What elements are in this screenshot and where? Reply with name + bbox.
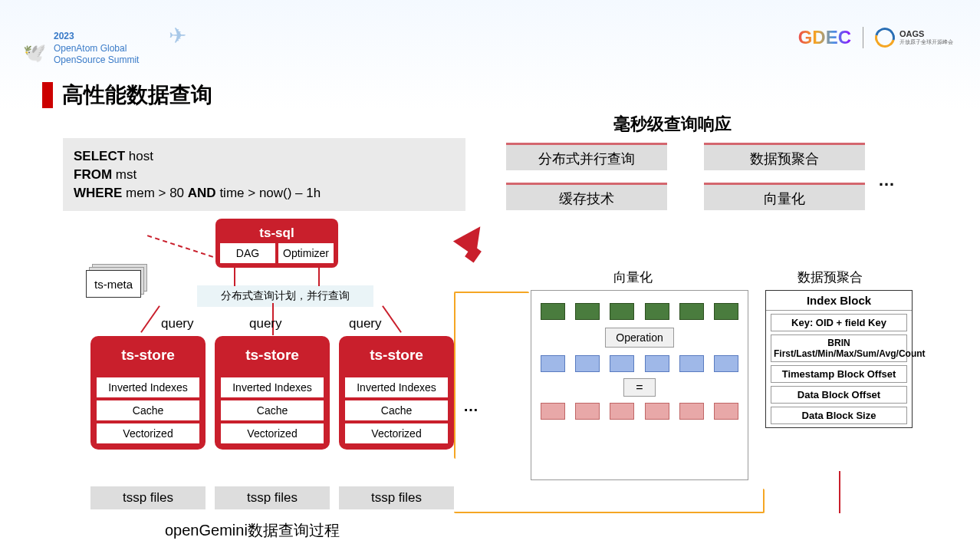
sql-example: SELECT host FROM mst WHERE mem > 80 AND … — [63, 138, 465, 211]
dash-line — [147, 235, 213, 258]
vectorize-diagram: Operation = — [531, 290, 748, 480]
ts-store-title: ts-store — [97, 342, 199, 374]
query-label-1: query — [161, 316, 194, 331]
orange-connector-vec — [454, 292, 529, 459]
distributed-plan-label: 分布式查询计划，并行查询 — [197, 285, 373, 307]
operation-box: Operation — [605, 328, 674, 348]
ts-store-vectorized: Vectorized — [97, 423, 199, 443]
index-key: Key: OID + field Key — [771, 314, 907, 331]
index-brin: BRIN First/Last/Min/Max/Sum/Avg/Count — [771, 334, 907, 362]
feature-distributed: 分布式并行查询 — [506, 143, 667, 170]
index-ts-offset: Timestamp Block Offset — [771, 365, 907, 383]
year: 2023 — [54, 31, 139, 43]
feature-cache: 缓存技术 — [506, 183, 667, 210]
logo-divider — [863, 27, 863, 48]
line-q3 — [382, 305, 402, 333]
line-q1 — [140, 305, 160, 333]
vec-row-input — [541, 303, 738, 320]
vec-row-intermediate — [541, 355, 738, 372]
ts-store-2: ts-store Inverted Indexes Cache Vectoriz… — [215, 336, 330, 450]
oags-text: OAGS — [899, 29, 953, 38]
ts-sql-optimizer: Optimizer — [278, 243, 334, 263]
index-block-title: Index Block — [766, 291, 912, 311]
query-label-2: query — [249, 316, 282, 331]
event-header: 2023 OpenAtom Global OpenSource Summit — [54, 31, 139, 67]
vectorize-title: 向量化 — [613, 269, 653, 286]
tssp-1: tssp files — [90, 486, 206, 509]
title-bar: 高性能数据查询 — [42, 81, 212, 110]
index-block-diagram: Index Block Key: OID + field Key BRIN Fi… — [765, 290, 913, 428]
tssp-3: tssp files — [339, 486, 454, 509]
sql-where-v2: time > now() – 1h — [219, 186, 321, 200]
event-line1: OpenAtom Global — [54, 43, 139, 55]
feature-preaggregate: 数据预聚合 — [704, 143, 865, 170]
index-data-offset: Data Block Offset — [771, 386, 907, 404]
sql-where-kw: WHERE — [74, 186, 122, 200]
ts-store-inverted: Inverted Indexes — [97, 377, 199, 397]
title-accent — [42, 82, 53, 108]
vec-row-output — [541, 403, 738, 420]
preaggregate-title: 数据预聚合 — [797, 269, 863, 286]
sql-where-v1: mem > 80 — [126, 186, 184, 200]
query-label-3: query — [349, 316, 382, 331]
ts-store-cache: Cache — [97, 400, 199, 420]
red-connector-agg — [839, 471, 840, 513]
process-label: openGemini数据查询过程 — [165, 520, 340, 541]
oags-logo: OAGS 开放原子全球开源峰会 — [875, 28, 953, 48]
index-data-size: Data Block Size — [771, 407, 907, 424]
logo-row: GDEC OAGS 开放原子全球开源峰会 — [798, 27, 953, 48]
sql-from-val: mst — [116, 167, 136, 182]
ts-sql-box: ts-sql DAG Optimizer — [215, 219, 338, 268]
event-line2: OpenSource Summit — [54, 54, 139, 67]
ts-store-1: ts-store Inverted Indexes Cache Vectoriz… — [90, 336, 206, 450]
orange-connector-agg — [454, 489, 765, 513]
ts-sql-title: ts-sql — [220, 223, 334, 243]
ts-sql-dag: DAG — [220, 243, 275, 263]
sql-from-kw: FROM — [74, 167, 112, 182]
equals-box: = — [623, 378, 656, 397]
feature-vectorize: 向量化 — [704, 183, 865, 210]
line-sql-down — [234, 268, 235, 286]
arrow-icon — [453, 219, 492, 257]
sql-select-val: host — [129, 149, 153, 163]
ts-meta-stack: ts-meta — [86, 270, 141, 298]
plane-decoration: ✈ — [169, 23, 186, 48]
tssp-2: tssp files — [215, 486, 330, 509]
oags-circle-icon — [871, 24, 899, 51]
sql-select-kw: SELECT — [74, 149, 125, 163]
sql-and-kw: AND — [188, 186, 216, 200]
line-sql-down2 — [318, 268, 320, 286]
gdec-logo: GDEC — [798, 27, 851, 48]
response-title: 毫秒级查询响应 — [613, 113, 732, 136]
bird-decoration: 🕊️ — [23, 42, 46, 64]
ts-meta-box: ts-meta — [86, 270, 141, 298]
page-title: 高性能数据查询 — [62, 81, 212, 110]
ts-store-3: ts-store Inverted Indexes Cache Vectoriz… — [339, 336, 454, 450]
oags-subtitle: 开放原子全球开源峰会 — [899, 38, 953, 46]
vec-cell — [541, 303, 565, 320]
ellipsis-features: … — [878, 170, 895, 190]
